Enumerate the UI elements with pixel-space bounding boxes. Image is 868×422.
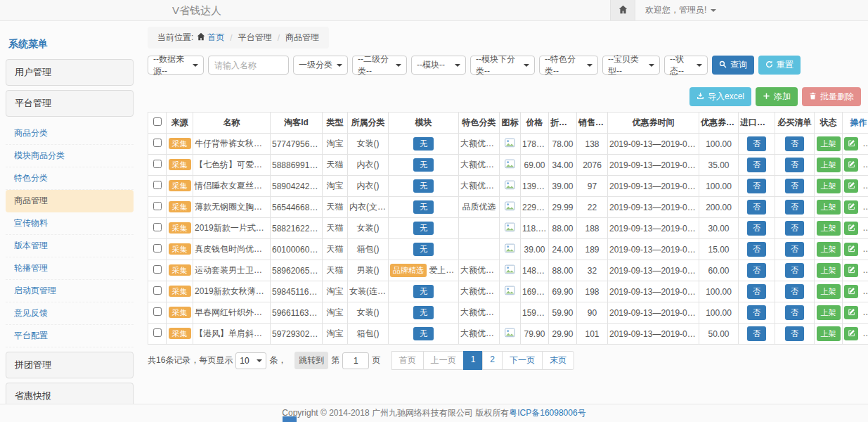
- pager-item[interactable]: 首页: [391, 351, 424, 370]
- status-toggle[interactable]: 上架: [817, 242, 841, 257]
- sidebar-subitem[interactable]: 轮播管理: [6, 257, 134, 280]
- pager-item[interactable]: 末页: [542, 351, 574, 370]
- row-checkbox[interactable]: [153, 202, 162, 210]
- status-toggle[interactable]: 上架: [817, 326, 841, 341]
- pager-item[interactable]: 下一页: [502, 351, 543, 370]
- row-checkbox[interactable]: [153, 244, 162, 252]
- import-excel-button[interactable]: 导入excel: [689, 87, 751, 106]
- edit-button[interactable]: [844, 306, 858, 319]
- reset-button[interactable]: 重置: [758, 56, 801, 75]
- row-checkbox[interactable]: [153, 181, 162, 189]
- row-checkbox[interactable]: [153, 328, 162, 337]
- filter-level2-select[interactable]: --二级分类--: [352, 56, 407, 75]
- sidebar-subitem[interactable]: 意见反馈: [6, 302, 134, 325]
- sidebar-subitem[interactable]: 商品管理: [6, 190, 134, 212]
- sidebar-subitem[interactable]: 宣传物料: [6, 212, 134, 235]
- status-toggle[interactable]: 上架: [817, 284, 841, 299]
- user-menu[interactable]: 欢迎您，管理员!: [635, 0, 726, 20]
- import-select-toggle[interactable]: 否: [747, 305, 766, 320]
- pager-item[interactable]: 上一页: [423, 351, 464, 370]
- delete-button[interactable]: [862, 285, 868, 298]
- edit-button[interactable]: [844, 222, 858, 235]
- delete-button[interactable]: [862, 200, 868, 214]
- delete-button[interactable]: [862, 327, 868, 340]
- edit-button[interactable]: [844, 137, 858, 151]
- batch-delete-button[interactable]: 批量删除: [802, 87, 861, 106]
- status-toggle[interactable]: 上架: [817, 221, 841, 236]
- sidebar-subitem[interactable]: 模块商品分类: [6, 145, 134, 167]
- status-toggle[interactable]: 上架: [817, 136, 841, 151]
- import-select-toggle[interactable]: 否: [747, 326, 766, 341]
- sidebar-group[interactable]: 省惠快报: [6, 383, 134, 404]
- icp-link[interactable]: 粤ICP备16098006号: [509, 407, 585, 419]
- filter-data-source-select[interactable]: --数据来源--: [148, 56, 204, 75]
- row-checkbox[interactable]: [153, 223, 162, 231]
- jump-page-input[interactable]: [342, 352, 369, 369]
- must-buy-toggle[interactable]: 否: [785, 326, 804, 341]
- import-select-toggle[interactable]: 否: [747, 200, 766, 215]
- delete-button[interactable]: [862, 264, 868, 277]
- delete-button[interactable]: [862, 137, 868, 151]
- status-toggle[interactable]: 上架: [817, 179, 841, 193]
- import-select-toggle[interactable]: 否: [747, 179, 766, 193]
- must-buy-toggle[interactable]: 否: [785, 263, 804, 278]
- delete-button[interactable]: [862, 243, 868, 256]
- edit-button[interactable]: [844, 179, 858, 193]
- edit-button[interactable]: [844, 158, 858, 172]
- search-button[interactable]: 查询: [712, 56, 754, 75]
- edit-button[interactable]: [844, 327, 858, 340]
- sidebar-group[interactable]: 拼团管理: [6, 352, 134, 378]
- row-checkbox[interactable]: [153, 265, 162, 274]
- row-checkbox[interactable]: [153, 307, 162, 316]
- sidebar-subitem[interactable]: 商品分类: [6, 122, 134, 145]
- edit-button[interactable]: [844, 264, 858, 277]
- must-buy-toggle[interactable]: 否: [785, 284, 804, 299]
- delete-button[interactable]: [862, 158, 868, 172]
- filter-module-select[interactable]: --模块--: [411, 56, 466, 75]
- must-buy-toggle[interactable]: 否: [785, 200, 804, 215]
- filter-name-input[interactable]: [208, 56, 289, 75]
- status-toggle[interactable]: 上架: [817, 263, 841, 278]
- sidebar-subitem[interactable]: 启动页管理: [6, 280, 134, 302]
- import-select-toggle[interactable]: 否: [747, 136, 766, 151]
- delete-button[interactable]: [862, 306, 868, 319]
- sidebar-subitem[interactable]: 特色分类: [6, 167, 134, 190]
- row-checkbox[interactable]: [153, 139, 162, 147]
- must-buy-toggle[interactable]: 否: [785, 136, 804, 151]
- edit-button[interactable]: [844, 243, 858, 256]
- pager-item[interactable]: 2: [482, 351, 503, 370]
- filter-level1-select[interactable]: 一级分类: [293, 56, 348, 75]
- filter-status-select[interactable]: --状态--: [664, 56, 708, 75]
- sidebar-subitem[interactable]: 版本管理: [6, 235, 134, 257]
- sidebar-group-users[interactable]: 用户管理: [6, 59, 134, 86]
- status-toggle[interactable]: 上架: [817, 305, 841, 320]
- status-toggle[interactable]: 上架: [817, 200, 841, 215]
- filter-module-sub-select[interactable]: --模块下分类--: [470, 56, 535, 75]
- import-select-toggle[interactable]: 否: [747, 158, 766, 172]
- delete-button[interactable]: [862, 222, 868, 235]
- status-toggle[interactable]: 上架: [817, 158, 841, 172]
- breadcrumb-home-link[interactable]: 首页: [197, 32, 224, 44]
- row-checkbox[interactable]: [153, 160, 162, 168]
- pager-item[interactable]: 1: [463, 351, 484, 370]
- jump-button[interactable]: 跳转到: [294, 352, 328, 369]
- import-select-toggle[interactable]: 否: [747, 242, 766, 257]
- edit-button[interactable]: [844, 200, 858, 214]
- filter-feature-select[interactable]: --特色分类--: [539, 56, 598, 75]
- must-buy-toggle[interactable]: 否: [785, 221, 804, 236]
- must-buy-toggle[interactable]: 否: [785, 179, 804, 193]
- home-button[interactable]: [610, 0, 635, 20]
- import-select-toggle[interactable]: 否: [747, 221, 766, 236]
- import-select-toggle[interactable]: 否: [747, 263, 766, 278]
- select-all-checkbox[interactable]: [153, 117, 162, 126]
- add-button[interactable]: 添加: [756, 87, 798, 106]
- per-page-select[interactable]: 10: [235, 352, 266, 369]
- row-checkbox[interactable]: [153, 286, 162, 295]
- sidebar-group-platform[interactable]: 平台管理: [6, 90, 134, 117]
- must-buy-toggle[interactable]: 否: [785, 242, 804, 257]
- must-buy-toggle[interactable]: 否: [785, 305, 804, 320]
- sidebar-subitem[interactable]: 平台配置: [6, 325, 134, 347]
- must-buy-toggle[interactable]: 否: [785, 158, 804, 172]
- import-select-toggle[interactable]: 否: [747, 284, 766, 299]
- edit-button[interactable]: [844, 285, 858, 298]
